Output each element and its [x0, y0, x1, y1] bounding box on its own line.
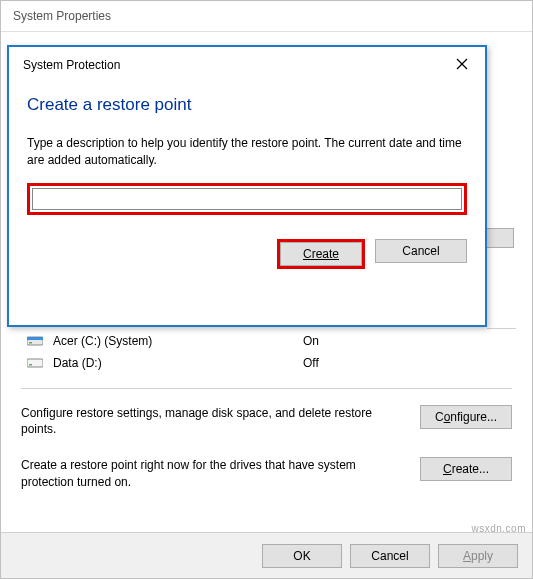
create-section: Create a restore point right now for the… — [21, 457, 512, 489]
system-properties-window: System Properties Acer (C:) (System) On … — [0, 0, 533, 579]
configure-section: Configure restore settings, manage disk … — [21, 405, 512, 437]
modal-cancel-button[interactable]: Cancel — [375, 239, 467, 263]
modal-titlebar: System Protection — [9, 47, 485, 79]
drive-name: Acer (C:) (System) — [53, 334, 303, 348]
close-icon[interactable] — [455, 57, 471, 73]
drive-c-icon — [27, 335, 43, 347]
create-description: Create a restore point right now for the… — [21, 457, 420, 489]
create-button-highlight: Create — [277, 239, 365, 269]
drive-row[interactable]: Acer (C:) (System) On — [21, 330, 512, 352]
separator — [21, 388, 512, 389]
configure-description: Configure restore settings, manage disk … — [21, 405, 420, 437]
modal-title: System Protection — [23, 58, 120, 72]
create-restore-point-button[interactable]: Create... — [420, 457, 512, 481]
svg-rect-3 — [27, 359, 43, 367]
drive-row[interactable]: Data (D:) Off — [21, 352, 512, 374]
drive-status: On — [303, 334, 319, 348]
cancel-button[interactable]: Cancel — [350, 544, 430, 568]
svg-rect-2 — [29, 342, 32, 344]
modal-create-button[interactable]: Create — [280, 242, 362, 266]
svg-rect-4 — [29, 364, 32, 366]
apply-button[interactable]: Apply — [438, 544, 518, 568]
dialog-button-bar: OK Cancel Apply — [1, 532, 532, 578]
modal-heading: Create a restore point — [27, 95, 467, 115]
restore-point-description-input[interactable] — [32, 188, 462, 210]
protection-drive-list: Acer (C:) (System) On Data (D:) Off — [21, 330, 512, 374]
drive-name: Data (D:) — [53, 356, 303, 370]
ok-button[interactable]: OK — [262, 544, 342, 568]
system-protection-dialog: System Protection Create a restore point… — [7, 45, 487, 327]
modal-body: Create a restore point Type a descriptio… — [9, 79, 485, 215]
drive-status: Off — [303, 356, 319, 370]
drive-d-icon — [27, 357, 43, 369]
modal-button-row: Create Cancel — [9, 215, 485, 269]
parent-window-title: System Properties — [1, 1, 532, 32]
configure-button[interactable]: Configure... — [420, 405, 512, 429]
modal-description: Type a description to help you identify … — [27, 135, 467, 169]
input-highlight-box — [27, 183, 467, 215]
obscured-separator-stub — [487, 328, 516, 329]
svg-rect-1 — [27, 337, 43, 340]
